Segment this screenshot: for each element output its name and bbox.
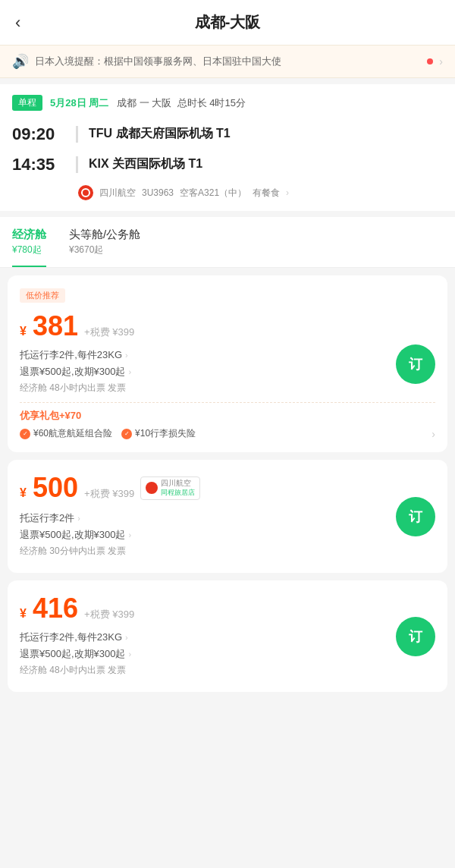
price-card-3: ¥ 416 +税费 ¥399 订 托运行李2件,每件23KG › 退票¥500起… bbox=[8, 580, 447, 692]
arrival-time: 14:35 bbox=[12, 155, 65, 175]
airline-badge-2: 四川航空 同程旅居店 bbox=[140, 476, 200, 500]
cabin-info-3: 经济舱 48小时内出票 发票 bbox=[20, 664, 435, 677]
flight-number: 3U3963 bbox=[142, 187, 174, 198]
airline-name: 四川航空 bbox=[99, 187, 136, 200]
feature-luggage-text-1: 托运行李2件,每件23KG bbox=[20, 348, 122, 362]
price-prefix-3: ¥ bbox=[20, 607, 27, 621]
departure-time: 09:20 bbox=[12, 124, 65, 144]
cabin-tabs: 经济舱 ¥780起 头等舱/公务舱 ¥3670起 bbox=[0, 217, 455, 268]
airline-row[interactable]: 四川航空 3U3963 空客A321（中） 有餐食 › bbox=[12, 185, 443, 211]
tab-business-label: 头等舱/公务舱 bbox=[69, 228, 140, 242]
feature-luggage-3[interactable]: 托运行李2件,每件23KG › bbox=[20, 631, 435, 644]
price-tax-1: +税费 ¥399 bbox=[84, 326, 134, 339]
price-tax-3: +税费 ¥399 bbox=[84, 608, 134, 621]
upgrade-section-1[interactable]: 优享礼包+¥70 ✓ ¥60航意航延组合险 ✓ ¥10行李损失险 › bbox=[20, 402, 435, 440]
cabin-info-1: 经济舱 48小时内出票 发票 bbox=[20, 382, 435, 395]
feature-arrow-refund-1: › bbox=[128, 367, 131, 376]
flight-date: 5月28日 周二 bbox=[50, 97, 108, 108]
flight-duration: 总时长 4时15分 bbox=[177, 97, 246, 108]
feature-luggage-text-3: 托运行李2件,每件23KG bbox=[20, 631, 122, 644]
time-divider bbox=[76, 126, 78, 143]
airline-badge-logo-2 bbox=[146, 482, 158, 494]
airline-logo bbox=[78, 185, 93, 200]
tab-business[interactable]: 头等舱/公务舱 ¥3670起 bbox=[69, 217, 140, 267]
shield-icon-1: ✓ bbox=[20, 429, 30, 439]
page-title: 成都-大阪 bbox=[195, 12, 261, 33]
notice-bar[interactable]: 🔊 日本入境提醒：根据中国领事服务网、日本国驻中国大使 › bbox=[0, 45, 455, 78]
airline-detail-arrow-icon: › bbox=[286, 187, 289, 198]
header: ‹ 成都-大阪 bbox=[0, 0, 455, 45]
price-row-3: ¥ 416 +税费 ¥399 订 bbox=[20, 593, 435, 624]
arrival-airport: KIX 关西国际机场 T1 bbox=[89, 155, 202, 172]
price-main-1: ¥ 381 +税费 ¥399 bbox=[20, 310, 134, 342]
feature-luggage-1[interactable]: 托运行李2件,每件23KG › bbox=[20, 348, 435, 362]
price-main-3: ¥ 416 +税费 ¥399 bbox=[20, 593, 134, 624]
airline-badge-sub-2: 同程旅居店 bbox=[161, 488, 195, 498]
departure-row: 09:20 TFU 成都天府国际机场 T1 bbox=[12, 124, 443, 144]
feature-luggage-text-2: 托运行李2件 bbox=[20, 511, 74, 525]
upgrade-item-luggage-insurance-1: ✓ ¥10行李损失险 bbox=[121, 427, 196, 440]
tab-economy[interactable]: 经济舱 ¥780起 bbox=[12, 217, 46, 267]
price-prefix-1: ¥ bbox=[20, 325, 27, 338]
feature-arrow-1: › bbox=[125, 351, 128, 360]
meal-info: 有餐食 bbox=[253, 187, 280, 200]
flight-card: 单程 5月28日 周二 成都 一 大阪 总时长 4时15分 09:20 TFU … bbox=[0, 84, 455, 211]
price-amount-2: 500 bbox=[33, 472, 78, 504]
shield-icon-2: ✓ bbox=[121, 429, 132, 439]
notice-icon: 🔊 bbox=[12, 53, 29, 70]
feature-refund-3[interactable]: 退票¥500起,改期¥300起 › bbox=[20, 647, 435, 661]
notice-dot bbox=[427, 58, 433, 64]
upgrade-arrow-icon-1: › bbox=[431, 428, 435, 440]
tab-business-price: ¥3670起 bbox=[69, 244, 140, 256]
arrival-row: 14:35 KIX 关西国际机场 T1 bbox=[12, 155, 443, 175]
feature-refund-text-1: 退票¥500起,改期¥300起 bbox=[20, 365, 125, 379]
notice-arrow-icon: › bbox=[439, 55, 443, 68]
feature-refund-text-2: 退票¥500起,改期¥300起 bbox=[20, 528, 125, 542]
feature-arrow-3: › bbox=[125, 633, 128, 642]
airline-badge-name-2: 四川航空 bbox=[161, 479, 195, 488]
book-button-2[interactable]: 订 bbox=[396, 497, 435, 536]
feature-arrow-refund-3: › bbox=[128, 649, 131, 659]
tab-economy-price: ¥780起 bbox=[12, 244, 46, 256]
feature-luggage-2[interactable]: 托运行李2件 › bbox=[20, 511, 435, 525]
price-prefix-2: ¥ bbox=[20, 486, 27, 500]
price-card-2: ¥ 500 +税费 ¥399 四川航空 同程旅居店 订 托运行李2件 › 退票¥ bbox=[8, 460, 447, 573]
aircraft-type: 空客A321（中） bbox=[180, 187, 246, 200]
flight-tag-row: 单程 5月28日 周二 成都 一 大阪 总时长 4时15分 bbox=[12, 95, 443, 111]
feature-refund-text-3: 退票¥500起,改期¥300起 bbox=[20, 647, 125, 661]
feature-arrow-2: › bbox=[77, 514, 80, 523]
low-price-badge: 低价推荐 bbox=[20, 288, 65, 303]
upgrade-luggage-text-1: ¥10行李损失险 bbox=[135, 427, 196, 440]
trip-type-tag: 单程 bbox=[12, 95, 42, 111]
upgrade-item-insurance-1: ✓ ¥60航意航延组合险 bbox=[20, 427, 112, 440]
flight-route-info: 5月28日 周二 成都 一 大阪 总时长 4时15分 bbox=[50, 96, 246, 110]
price-main-2: ¥ 500 +税费 ¥399 bbox=[20, 472, 134, 504]
price-tax-2: +税费 ¥399 bbox=[84, 487, 134, 501]
tab-economy-label: 经济舱 bbox=[12, 228, 46, 242]
cabin-info-2: 经济舱 30分钟内出票 发票 bbox=[20, 545, 435, 558]
book-button-3[interactable]: 订 bbox=[396, 617, 435, 656]
airline-badge-info-2: 四川航空 同程旅居店 bbox=[161, 479, 195, 498]
flight-route: 成都 一 大阪 bbox=[117, 97, 171, 108]
airline-logo-inner bbox=[81, 188, 90, 197]
feature-refund-2[interactable]: 退票¥500起,改期¥300起 › bbox=[20, 528, 435, 542]
feature-arrow-refund-2: › bbox=[128, 530, 131, 539]
price-airline-row-2: ¥ 500 +税费 ¥399 四川航空 同程旅居店 bbox=[20, 472, 200, 504]
price-card-1: 低价推荐 ¥ 381 +税费 ¥399 订 托运行李2件,每件23KG › 退票… bbox=[8, 275, 447, 452]
price-amount-1: 381 bbox=[33, 310, 78, 342]
feature-refund-1[interactable]: 退票¥500起,改期¥300起 › bbox=[20, 365, 435, 379]
price-amount-3: 416 bbox=[33, 593, 78, 624]
time-divider-arrival bbox=[76, 156, 78, 173]
notice-text: 日本入境提醒：根据中国领事服务网、日本国驻中国大使 bbox=[35, 55, 421, 68]
back-button[interactable]: ‹ bbox=[15, 13, 20, 33]
price-cards-container: 低价推荐 ¥ 381 +税费 ¥399 订 托运行李2件,每件23KG › 退票… bbox=[0, 268, 455, 700]
upgrade-insurance-text-1: ¥60航意航延组合险 bbox=[33, 427, 112, 440]
book-button-1[interactable]: 订 bbox=[396, 344, 435, 384]
flight-times: 09:20 TFU 成都天府国际机场 T1 14:35 KIX 关西国际机场 T… bbox=[12, 121, 443, 175]
upgrade-label-1: 优享礼包+¥70 bbox=[20, 409, 435, 423]
price-row-2: ¥ 500 +税费 ¥399 四川航空 同程旅居店 订 bbox=[20, 472, 435, 504]
departure-airport: TFU 成都天府国际机场 T1 bbox=[89, 124, 231, 142]
price-row-1: ¥ 381 +税费 ¥399 订 bbox=[20, 310, 435, 342]
upgrade-items-1: ✓ ¥60航意航延组合险 ✓ ¥10行李损失险 › bbox=[20, 427, 435, 440]
